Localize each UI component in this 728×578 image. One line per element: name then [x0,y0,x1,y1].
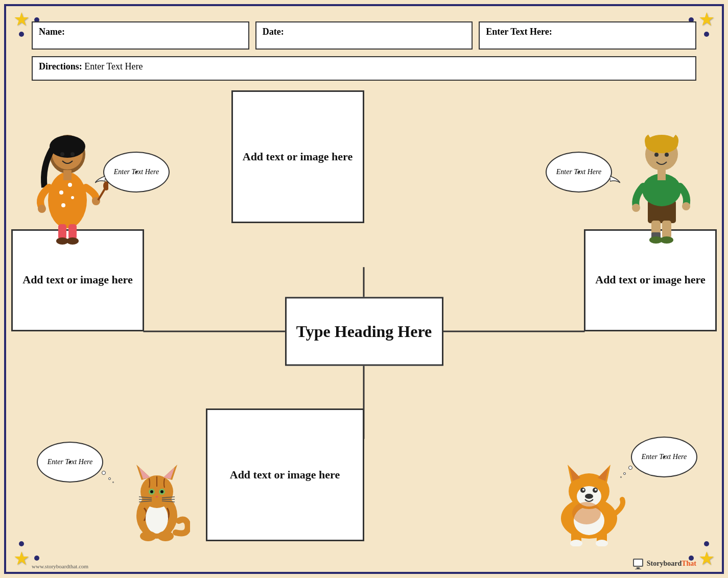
svg-point-8 [71,196,74,199]
speech-bubble-right-top-text: Enter Text Here [556,168,601,176]
svg-point-12 [60,152,64,156]
logo-main: Storyboard [647,560,682,567]
speech-bubble-right-bottom-text: Enter Text Here [642,453,687,461]
top-satellite-box[interactable]: Add text or image here [231,90,364,223]
dot-tr2 [704,32,709,37]
svg-point-30 [632,204,640,212]
svg-point-47 [160,490,163,493]
directions-label: Directions: [39,61,82,71]
center-heading-box[interactable]: Type Heading Here [285,297,443,366]
bottom-box-text: Add text or image here [230,467,340,483]
svg-rect-29 [657,170,666,180]
svg-point-13 [71,152,75,156]
enter-text-field[interactable]: Enter Text Here: [479,21,696,50]
svg-point-31 [682,202,690,210]
svg-point-55 [140,531,156,541]
svg-point-5 [59,190,63,195]
logo-suffix: That [682,560,696,567]
svg-point-7 [61,203,65,207]
right-box-text: Add text or image here [595,272,705,288]
star-top-right-icon: ★ [698,9,715,30]
bottom-satellite-box[interactable]: Add text or image here [206,408,364,541]
svg-rect-19 [58,224,66,239]
svg-point-72 [572,502,601,524]
name-label: Name: [39,27,65,37]
storyboard-logo-icon [632,558,644,569]
svg-point-70 [595,489,597,491]
svg-point-27 [654,153,659,157]
speech-bubble-left-bottom-text: Enter Text Here [48,458,92,466]
svg-point-46 [150,490,153,493]
storyboard-logo: StoryboardThat [632,558,696,569]
directions-value: Enter Text Here [84,61,143,71]
watermark-text: www.storyboardthat.com [32,563,88,569]
svg-point-71 [585,494,593,499]
svg-rect-78 [635,569,641,569]
name-field[interactable]: Name: [32,21,249,50]
logo-text: StoryboardThat [647,560,696,568]
svg-point-26 [645,135,678,153]
star-top-left-icon: ★ [13,9,30,30]
speech-bubble-right-top[interactable]: Enter Text Here [546,152,612,192]
svg-rect-33 [662,221,671,238]
left-box-text: Add text or image here [22,272,132,288]
svg-point-11 [50,135,85,158]
dot-tl2 [19,32,24,37]
svg-point-4 [48,172,87,228]
map-container: Add text or image here Add text or image… [6,90,722,572]
svg-rect-20 [68,224,77,239]
svg-point-69 [582,489,584,491]
directions-box[interactable]: Directions: Enter Text Here [32,56,696,81]
speech-bubble-left-bottom[interactable]: Enter Text Here [37,442,103,483]
watermark: www.storyboardthat.com [32,563,88,569]
speech-bubble-left-top[interactable]: Enter Text Here [103,152,170,192]
date-field[interactable]: Date: [255,21,473,50]
corgi-character [548,454,630,544]
svg-point-6 [68,183,72,187]
svg-point-56 [157,531,174,541]
speech-bubble-right-bottom[interactable]: Enter Text Here [631,437,697,477]
svg-rect-77 [637,567,640,569]
boy-character [620,106,701,233]
center-heading-text: Type Heading Here [296,322,432,341]
svg-point-15 [38,205,46,213]
svg-point-28 [665,153,669,157]
cat-character [124,457,190,539]
girl-character [27,106,108,233]
date-label: Date: [263,27,284,37]
top-box-text: Add text or image here [243,149,353,165]
header-fields: Name: Date: Enter Text Here: [32,21,696,50]
svg-rect-76 [634,560,642,566]
svg-point-22 [66,237,79,245]
svg-rect-14 [63,170,72,180]
enter-text-label: Enter Text Here: [486,27,552,37]
speech-bubble-left-top-text: Enter Text Here [114,168,159,176]
svg-point-36 [660,236,673,244]
